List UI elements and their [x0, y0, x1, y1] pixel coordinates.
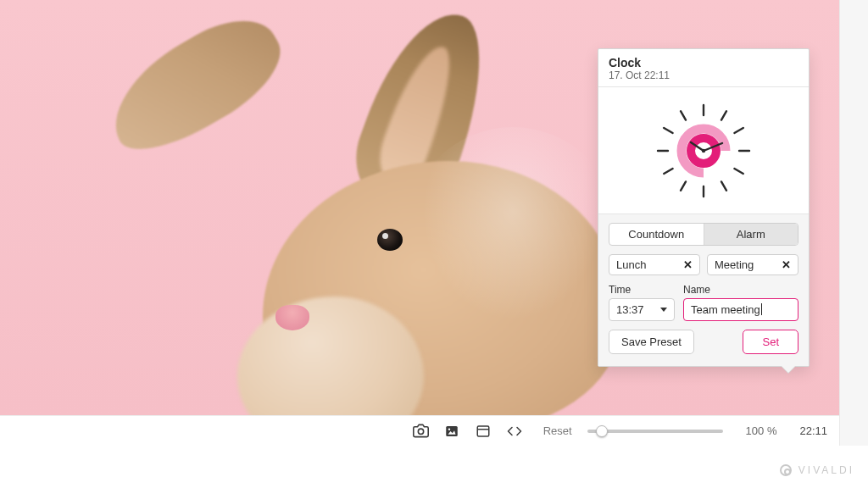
wallpaper-rabbit-illustration	[212, 51, 653, 415]
camera-icon[interactable]	[413, 423, 429, 440]
time-field: Time 13:37	[609, 284, 675, 321]
zoom-reset-button[interactable]: Reset	[543, 424, 572, 437]
alarm-fields: Time 13:37 Name Team meeting	[609, 284, 798, 321]
svg-line-7	[721, 181, 726, 190]
text-cursor	[761, 303, 762, 315]
preset-chip-label: Lunch	[616, 258, 646, 271]
name-field: Name Team meeting	[683, 284, 798, 321]
svg-rect-21	[478, 426, 490, 436]
svg-line-11	[681, 111, 686, 119]
image-icon[interactable]	[444, 423, 460, 440]
mode-segmented-control: Countdown Alarm	[609, 223, 798, 246]
clock-face-icon	[653, 100, 754, 202]
svg-line-9	[664, 169, 672, 174]
svg-line-8	[681, 181, 686, 190]
close-icon[interactable]: ✕	[683, 258, 693, 271]
preset-chip-lunch[interactable]: Lunch ✕	[609, 254, 700, 275]
panel-toggle-icon[interactable]	[476, 423, 492, 440]
svg-line-5	[734, 128, 743, 133]
set-button[interactable]: Set	[743, 330, 798, 354]
svg-point-16	[702, 148, 705, 152]
close-icon[interactable]: ✕	[782, 258, 791, 271]
svg-line-4	[721, 111, 726, 119]
zoom-slider-thumb[interactable]	[596, 425, 608, 437]
svg-line-10	[664, 128, 672, 133]
popup-arrow	[782, 366, 795, 373]
tab-alarm[interactable]: Alarm	[704, 224, 798, 245]
vivaldi-logo-icon	[780, 464, 792, 476]
brand-watermark: VIVALDI	[780, 464, 854, 476]
svg-line-6	[734, 169, 743, 174]
clock-popup-title: Clock	[609, 56, 798, 69]
brand-label: VIVALDI	[798, 464, 854, 476]
status-bar: Reset 100 % 22:11	[0, 415, 839, 446]
chevron-down-icon	[660, 308, 667, 312]
tab-countdown[interactable]: Countdown	[609, 224, 704, 245]
name-input-value: Team meeting	[691, 303, 760, 316]
clock-popup-header: Clock 17. Oct 22:11	[598, 49, 809, 87]
preset-chips: Lunch ✕ Meeting ✕	[609, 254, 798, 275]
preset-chip-label: Meeting	[715, 258, 754, 271]
name-input[interactable]: Team meeting	[683, 298, 798, 321]
svg-rect-18	[447, 426, 459, 436]
svg-point-20	[448, 428, 450, 430]
zoom-slider[interactable]	[587, 430, 724, 433]
app-root: Clock 17. Oct 22:11	[0, 0, 868, 488]
name-label: Name	[683, 284, 798, 296]
zoom-level: 100 %	[738, 424, 776, 437]
right-panel-strip	[839, 0, 868, 446]
clock-popup: Clock 17. Oct 22:11	[598, 48, 810, 367]
save-preset-button[interactable]: Save Preset	[609, 330, 694, 354]
code-icon[interactable]	[507, 423, 523, 440]
clock-popup-body: Countdown Alarm Lunch ✕ Meeting ✕ Time	[598, 214, 809, 366]
clock-popup-datetime: 17. Oct 22:11	[609, 69, 798, 81]
clock-face	[598, 87, 809, 214]
popup-actions: Save Preset Set	[609, 330, 798, 354]
preset-chip-meeting[interactable]: Meeting ✕	[707, 254, 798, 275]
time-select[interactable]: 13:37	[609, 298, 675, 321]
time-value: 13:37	[616, 303, 644, 316]
svg-point-17	[418, 429, 423, 434]
statusbar-clock[interactable]: 22:11	[792, 424, 827, 437]
time-label: Time	[609, 284, 675, 296]
